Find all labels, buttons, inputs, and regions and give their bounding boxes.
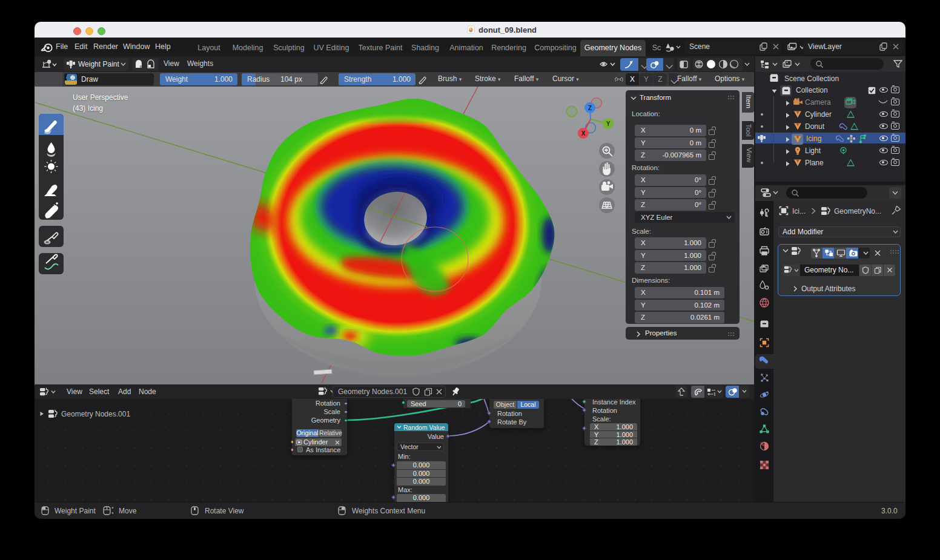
svg-text:X: X [581, 130, 586, 137]
svg-text:Y: Y [606, 120, 611, 127]
svg-text:Z: Z [588, 105, 592, 111]
